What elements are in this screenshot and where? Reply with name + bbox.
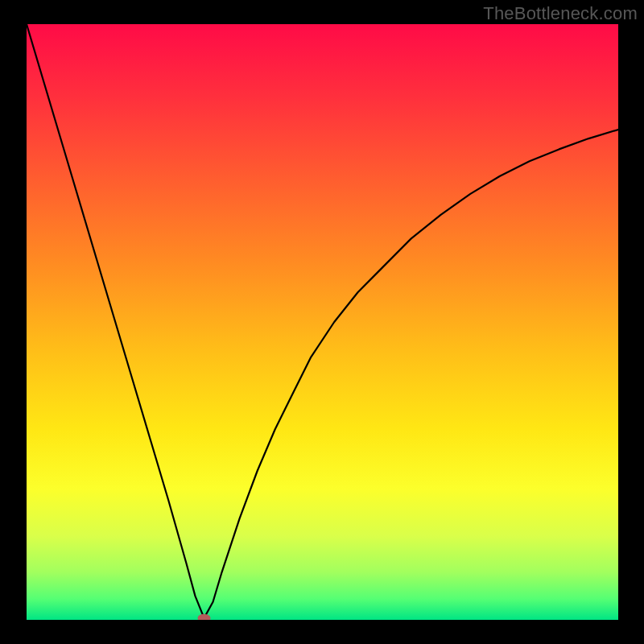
bottleneck-curve-chart: [0, 0, 644, 644]
watermark-text: TheBottleneck.com: [483, 3, 638, 24]
chart-container: TheBottleneck.com: [0, 0, 644, 644]
